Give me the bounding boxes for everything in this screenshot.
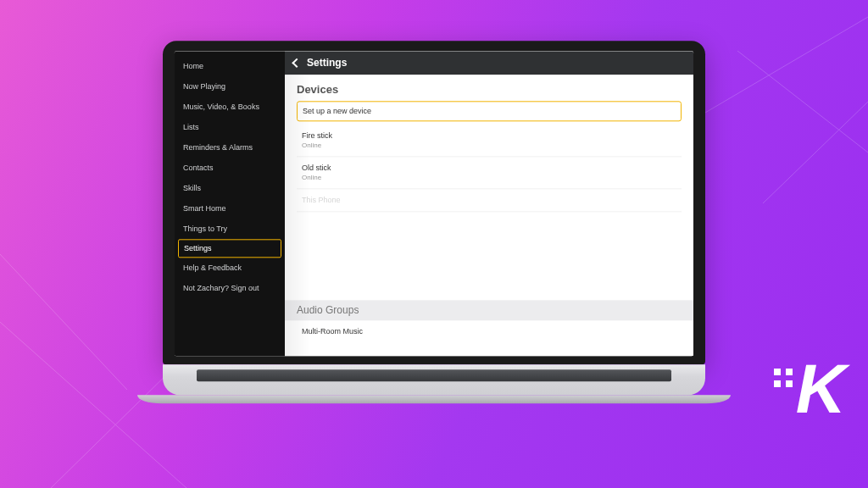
sidebar: Home Now Playing Music, Video, & Books L… (175, 51, 285, 356)
sidebar-item-reminders-alarms[interactable]: Reminders & Alarms (175, 137, 285, 158)
sidebar-item-settings[interactable]: Settings (178, 239, 281, 258)
svg-line-3 (737, 51, 868, 152)
laptop-base (137, 395, 731, 403)
laptop-keyboard-deck (163, 364, 705, 395)
device-status: Online (302, 141, 676, 149)
page-title: Settings (307, 57, 347, 69)
sidebar-item-sign-out[interactable]: Not Zachary? Sign out (175, 278, 285, 298)
brand-k-logo: K (774, 349, 843, 429)
settings-panel: Devices Set up a new device Fire stick O… (285, 75, 693, 356)
back-icon[interactable] (292, 58, 301, 68)
sidebar-item-lists[interactable]: Lists (175, 117, 285, 137)
audio-groups-heading: Audio Groups (285, 300, 693, 320)
audio-group-multi-room[interactable]: Multi-Room Music (297, 320, 682, 342)
svg-line-1 (0, 322, 186, 488)
setup-new-device-label: Set up a new device (303, 107, 676, 115)
laptop-mockup: Home Now Playing Music, Video, & Books L… (163, 41, 705, 403)
setup-new-device[interactable]: Set up a new device (297, 101, 682, 121)
device-name: Fire stick (302, 131, 676, 140)
sidebar-item-things-to-try[interactable]: Things to Try (175, 219, 285, 239)
brand-dots-icon (774, 369, 793, 387)
device-name: This Phone (302, 196, 676, 204)
sidebar-item-smart-home[interactable]: Smart Home (175, 198, 285, 219)
svg-line-4 (695, 17, 868, 119)
sidebar-item-contacts[interactable]: Contacts (175, 158, 285, 178)
svg-line-0 (0, 254, 127, 390)
laptop-bezel: Home Now Playing Music, Video, & Books L… (163, 41, 705, 364)
audio-group-label: Multi-Room Music (302, 327, 676, 336)
main-panel: Settings Devices Set up a new device Fir… (285, 51, 693, 356)
promo-background: Home Now Playing Music, Video, & Books L… (0, 0, 868, 488)
device-status: Online (302, 174, 676, 181)
sidebar-item-music-video-books[interactable]: Music, Video, & Books (175, 97, 285, 117)
titlebar: Settings (285, 51, 693, 75)
device-row-fire-stick[interactable]: Fire stick Online (297, 125, 682, 157)
sidebar-item-now-playing[interactable]: Now Playing (175, 76, 285, 97)
device-name: Old stick (302, 164, 676, 172)
sidebar-item-skills[interactable]: Skills (175, 178, 285, 198)
device-row-old-stick[interactable]: Old stick Online (297, 157, 682, 189)
devices-heading: Devices (297, 83, 682, 96)
device-row-this-phone[interactable]: This Phone (297, 189, 682, 212)
sidebar-item-home[interactable]: Home (175, 56, 285, 76)
svg-line-5 (763, 102, 868, 203)
sidebar-item-help-feedback[interactable]: Help & Feedback (175, 258, 285, 278)
app-screen: Home Now Playing Music, Video, & Books L… (175, 51, 693, 356)
